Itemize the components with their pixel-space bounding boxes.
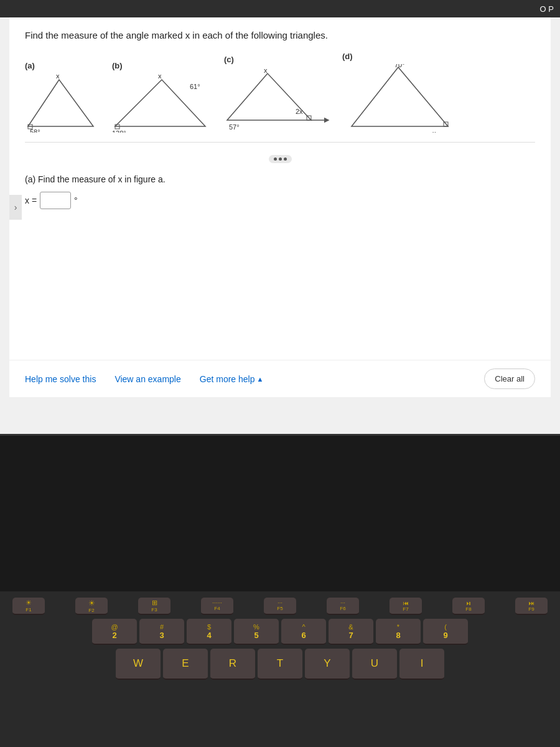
key-f7[interactable]: ⏮ F7: [390, 598, 422, 615]
chevron-up-icon: ▲: [256, 375, 263, 383]
view-example-button[interactable]: View an example: [114, 374, 180, 384]
clear-all-button[interactable]: Clear all: [484, 369, 535, 389]
answer-input[interactable]: [40, 192, 71, 209]
triangles-row: (a) x 58° (b) x: [25, 52, 535, 143]
key-r-label: R: [229, 657, 236, 670]
f2-icon: ☀: [88, 599, 95, 608]
triangle-b-label: (b): [112, 61, 123, 70]
triangle-c-label: (c): [224, 55, 234, 64]
triangle-d-svg: 70° x: [342, 64, 454, 133]
get-more-help-button[interactable]: Get more help ▲: [200, 374, 264, 384]
key-9-top: (: [444, 623, 447, 631]
f9-icon: ⏭: [529, 600, 534, 606]
key-t-label: T: [277, 657, 283, 670]
dot3: [284, 157, 287, 161]
key-w[interactable]: W: [116, 649, 161, 680]
triangle-b-138: 138°: [112, 129, 126, 133]
key-w-label: W: [133, 657, 143, 670]
triangle-c: (c) x 57° 2x: [224, 55, 330, 133]
f2-label: F2: [88, 608, 94, 613]
key-2-top: @: [111, 623, 118, 631]
triangle-b-svg: x 138° 61°: [112, 73, 212, 133]
key-f4[interactable]: ⋯⋯ F4: [201, 598, 233, 615]
screen: O P › Find the measure of the angle mark…: [0, 0, 560, 436]
key-6-bot: 6: [301, 631, 306, 640]
key-8[interactable]: * 8: [376, 619, 421, 645]
get-more-help-label: Get more help: [200, 374, 255, 384]
triangle-d: (d) 70° x: [342, 52, 454, 133]
content-area: › Find the measure of the angle marked x…: [9, 17, 551, 397]
triangle-a-x: x: [56, 73, 60, 80]
triangle-c-57: 57°: [229, 123, 240, 131]
nav-left-arrow[interactable]: ›: [9, 195, 22, 220]
f6-icon: ⋯: [340, 600, 345, 606]
key-4[interactable]: $ 4: [187, 619, 231, 645]
triangle-a-svg: x 58°: [25, 73, 100, 133]
f7-label: F7: [403, 606, 408, 612]
f4-label: F4: [214, 606, 220, 611]
keyboard: ☀ F1 ☀ F2 ⊞ F3 ⋯⋯ F4 ⋯ F5 ⋯ F6 ⏮ F7 ⏯ F8: [0, 591, 560, 747]
key-u-label: U: [371, 657, 378, 670]
help-me-solve-button[interactable]: Help me solve this: [25, 374, 96, 384]
f8-icon: ⏯: [466, 600, 472, 606]
key-u[interactable]: U: [352, 649, 397, 680]
triangle-a: (a) x 58°: [25, 61, 100, 133]
fn-row: ☀ F1 ☀ F2 ⊞ F3 ⋯⋯ F4 ⋯ F5 ⋯ F6 ⏮ F7 ⏯ F8: [12, 598, 548, 615]
buttons-bar: Help me solve this View an example Get m…: [9, 360, 551, 397]
key-6[interactable]: ^ 6: [281, 619, 326, 645]
triangle-d-label: (d): [342, 52, 353, 61]
number-row: @ 2 # 3 $ 4 % 5 ^ 6 & 7 * 8 ( 9: [12, 619, 548, 645]
triangle-c-2x: 2x: [296, 108, 303, 115]
qwerty-row: W E R T Y U I: [12, 649, 548, 680]
key-f1[interactable]: ☀ F1: [12, 598, 45, 615]
key-f8[interactable]: ⏯ F8: [452, 598, 485, 615]
key-9[interactable]: ( 9: [423, 619, 468, 645]
triangle-b-61: 61°: [190, 83, 200, 90]
triangle-b-x: x: [158, 73, 162, 80]
menu-bar: O P: [0, 0, 560, 17]
f5-icon: ⋯: [278, 600, 282, 606]
more-options-button[interactable]: [269, 155, 292, 163]
key-4-bot: 4: [207, 631, 211, 640]
key-5-bot: 5: [254, 631, 258, 640]
key-t[interactable]: T: [258, 649, 302, 680]
question-title: Find the measure of the angle marked x i…: [25, 30, 535, 40]
key-7-bot: 7: [348, 631, 353, 640]
f9-label: F9: [528, 606, 534, 612]
sub-question-text: (a) Find the measure of x in figure a.: [25, 174, 535, 184]
answer-prefix: x =: [25, 195, 37, 205]
key-7[interactable]: & 7: [329, 619, 373, 645]
triangle-c-x: x: [264, 67, 268, 74]
degree-symbol: °: [74, 195, 78, 205]
f3-icon: ⊞: [152, 599, 157, 607]
f1-icon: ☀: [26, 599, 32, 607]
key-f9[interactable]: ⏭ F9: [515, 598, 548, 615]
key-e[interactable]: E: [163, 649, 208, 680]
key-f6[interactable]: ⋯ F6: [327, 598, 359, 615]
key-f2[interactable]: ☀ F2: [75, 598, 108, 615]
key-f5[interactable]: ⋯ F5: [264, 598, 296, 615]
f4-icon: ⋯⋯: [212, 600, 222, 606]
key-r[interactable]: R: [210, 649, 255, 680]
key-2[interactable]: @ 2: [92, 619, 137, 645]
triangle-c-svg: x 57° 2x: [224, 67, 330, 133]
key-5[interactable]: % 5: [234, 619, 279, 645]
sub-question: (a) Find the measure of x in figure a. x…: [25, 174, 535, 209]
f5-label: F5: [277, 606, 282, 611]
key-i[interactable]: I: [399, 649, 444, 680]
key-f3[interactable]: ⊞ F3: [138, 598, 170, 615]
dot2: [279, 157, 282, 161]
key-4-top: $: [207, 623, 211, 631]
key-y-label: Y: [324, 657, 330, 670]
f3-label: F3: [151, 607, 157, 613]
triangle-a-label: (a): [25, 61, 35, 70]
key-9-bot: 9: [443, 631, 447, 640]
key-7-top: &: [348, 623, 353, 631]
key-y[interactable]: Y: [305, 649, 350, 680]
dot1: [274, 157, 277, 161]
key-3-top: #: [160, 623, 164, 631]
triangle-b: (b) x 138° 61°: [112, 61, 212, 133]
key-3[interactable]: # 3: [139, 619, 184, 645]
key-6-top: ^: [302, 623, 305, 631]
f1-label: F1: [26, 607, 31, 613]
